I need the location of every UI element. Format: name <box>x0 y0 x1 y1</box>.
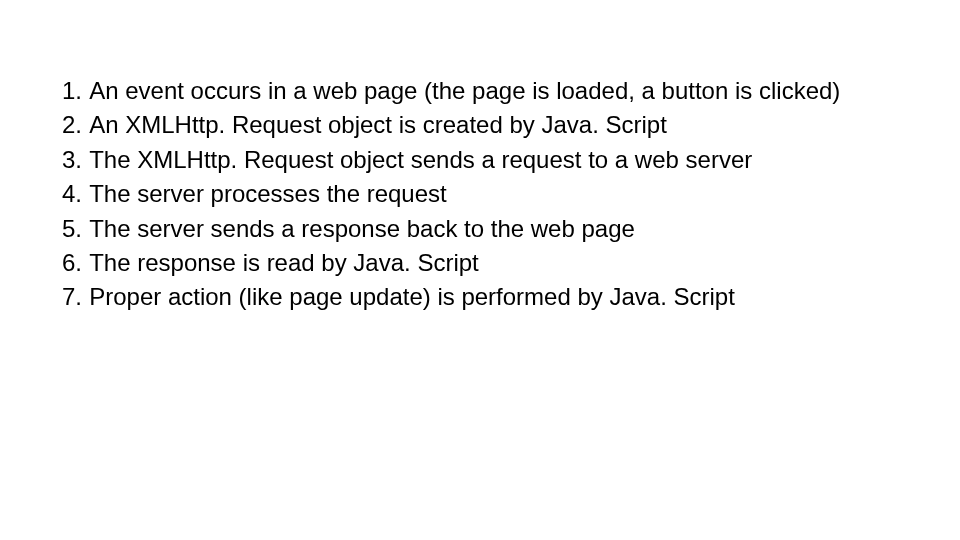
ordered-list: 1. An event occurs in a web page (the pa… <box>62 75 902 316</box>
item-text: The server processes the request <box>89 178 902 210</box>
list-item: 2. An XMLHttp. Request object is created… <box>62 109 902 141</box>
list-item: 5. The server sends a response back to t… <box>62 213 902 245</box>
list-item: 7. Proper action (like page update) is p… <box>62 281 902 313</box>
list-item: 3. The XMLHttp. Request object sends a r… <box>62 144 902 176</box>
item-number: 7. <box>62 281 82 313</box>
list-item: 1. An event occurs in a web page (the pa… <box>62 75 902 107</box>
item-number: 1. <box>62 75 82 107</box>
item-number: 3. <box>62 144 82 176</box>
item-number: 4. <box>62 178 82 210</box>
item-text: An XMLHttp. Request object is created by… <box>89 109 902 141</box>
item-text: Proper action (like page update) is perf… <box>89 281 902 313</box>
item-number: 5. <box>62 213 82 245</box>
item-text: An event occurs in a web page (the page … <box>89 75 902 107</box>
item-number: 2. <box>62 109 82 141</box>
item-number: 6. <box>62 247 82 279</box>
list-item: 4. The server processes the request <box>62 178 902 210</box>
item-text: The response is read by Java. Script <box>89 247 902 279</box>
item-text: The XMLHttp. Request object sends a requ… <box>89 144 902 176</box>
list-item: 6. The response is read by Java. Script <box>62 247 902 279</box>
item-text: The server sends a response back to the … <box>89 213 902 245</box>
slide: 1. An event occurs in a web page (the pa… <box>0 0 960 540</box>
